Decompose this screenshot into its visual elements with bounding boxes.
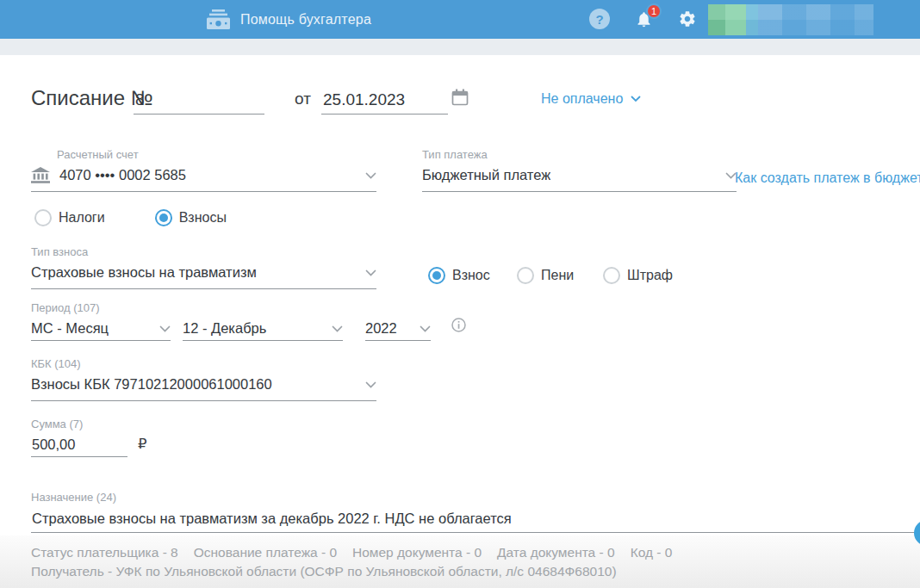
radio-label: Штраф (627, 268, 673, 283)
status-badge: Не оплачено (541, 91, 623, 107)
radio-label: Взносы (179, 210, 227, 226)
period-month-select[interactable]: 12 - Декабрь (183, 317, 343, 341)
code: Код - 0 (631, 545, 673, 560)
period-unit-select[interactable]: МС - Месяц (31, 317, 171, 341)
radio-label: Пени (541, 268, 574, 283)
money-stack-icon (207, 9, 230, 29)
kbk-label: КБК (104) (31, 357, 376, 370)
radio-circle (517, 267, 534, 284)
page-background-strip (0, 39, 920, 55)
recipient-line: Получатель - УФК по Ульяновской области … (31, 564, 617, 579)
period-month-value: 12 - Декабрь (183, 320, 266, 337)
radio-circle (603, 267, 620, 284)
user-blur-row (708, 20, 873, 35)
amount-input[interactable] (31, 432, 127, 456)
account-label: Расчетный счет (31, 148, 376, 161)
radio-label: Налоги (59, 210, 105, 226)
info-icon[interactable] (451, 318, 466, 332)
accountant-help-menu[interactable]: Помощь бухгалтера (207, 0, 371, 39)
category-radio-group: Налоги Взносы (34, 209, 227, 226)
contribution-type-select[interactable]: Тип взноса Страховые взносы на травматиз… (31, 245, 376, 289)
radio-circle (428, 267, 445, 284)
kbk-select[interactable]: КБК (104) Взносы КБК 7971021200006100016… (31, 357, 376, 401)
user-account-blurred[interactable] (708, 4, 873, 35)
document-number: Номер документа - 0 (352, 545, 482, 560)
date-preposition: от (295, 90, 311, 108)
radio-taxes[interactable]: Налоги (34, 209, 105, 226)
amount-label: Сумма (7) (31, 418, 83, 430)
radio-circle (155, 209, 172, 226)
document-date-input[interactable] (321, 86, 423, 114)
user-blur-row (708, 4, 873, 20)
notification-badge: 1 (646, 3, 662, 19)
payer-status: Статус плательщика - 8 (31, 545, 178, 560)
calendar-icon[interactable] (451, 89, 469, 106)
radio-fine[interactable]: Штраф (603, 267, 673, 284)
payment-basis: Основание платежа - 0 (194, 545, 337, 560)
period-unit-value: МС - Месяц (31, 320, 109, 337)
app-window: Помощь бухгалтера ? 1 Спис (0, 0, 920, 588)
chevron-down-icon (365, 172, 376, 179)
top-header-bar: Помощь бухгалтера ? 1 (0, 0, 920, 39)
radio-contributions[interactable]: Взносы (155, 209, 227, 226)
radio-contribution[interactable]: Взнос (428, 267, 517, 284)
radio-label: Взнос (452, 268, 490, 283)
ruble-sign: ₽ (138, 436, 147, 452)
radio-penalty[interactable]: Пени (517, 267, 603, 284)
document-number-field-wrap (134, 86, 264, 115)
chevron-down-icon (365, 381, 376, 388)
question-icon: ? (589, 9, 610, 29)
bank-icon (31, 167, 50, 183)
settings-button[interactable] (677, 9, 698, 29)
payment-status-dropdown[interactable]: Не оплачено (541, 91, 641, 107)
chevron-down-icon (631, 96, 641, 102)
purpose-label: Назначение (24) (31, 491, 116, 504)
payment-type-label: Тип платежа (422, 148, 737, 161)
document-date-field-wrap (321, 86, 448, 115)
payment-type-select[interactable]: Тип платежа Бюджетный платеж (422, 148, 737, 192)
purpose-input[interactable] (31, 505, 916, 532)
contribution-type-label: Тип взноса (31, 245, 376, 258)
gear-icon (678, 9, 697, 28)
radio-circle (34, 209, 52, 226)
kbk-value: Взносы КБК 79710212000061000160 (31, 376, 272, 393)
app-title: Помощь бухгалтера (240, 12, 371, 28)
kind-radio-group: Взнос Пени Штраф (428, 267, 673, 284)
notifications-button[interactable]: 1 (633, 9, 654, 29)
chevron-down-icon (365, 269, 376, 276)
document-date: Дата документа - 0 (497, 545, 615, 560)
budget-help-link[interactable]: Как создать платеж в бюджет (735, 170, 920, 186)
help-button[interactable]: ? (589, 9, 610, 29)
period-label: Период (107) (31, 301, 100, 314)
payment-details-summary[interactable]: Статус плательщика - 8 Основание платежа… (0, 535, 920, 588)
chevron-down-icon (332, 325, 343, 332)
amount-field-wrap (31, 432, 127, 457)
chevron-down-icon (159, 325, 171, 332)
purpose-field-wrap (31, 505, 916, 533)
chevron-down-icon (420, 325, 431, 332)
account-select[interactable]: Расчетный счет 4070 •••• 0002 5685 (31, 148, 376, 192)
summary-line: Статус плательщика - 8 Основание платежа… (31, 545, 672, 560)
payment-type-value: Бюджетный платеж (422, 167, 550, 183)
period-year-select[interactable]: 2022 (365, 317, 431, 341)
contribution-type-value: Страховые взносы на травматизм (31, 264, 257, 281)
period-year-value: 2022 (365, 320, 397, 337)
document-number-input[interactable] (134, 86, 264, 114)
account-value: 4070 •••• 0002 5685 (59, 167, 186, 183)
